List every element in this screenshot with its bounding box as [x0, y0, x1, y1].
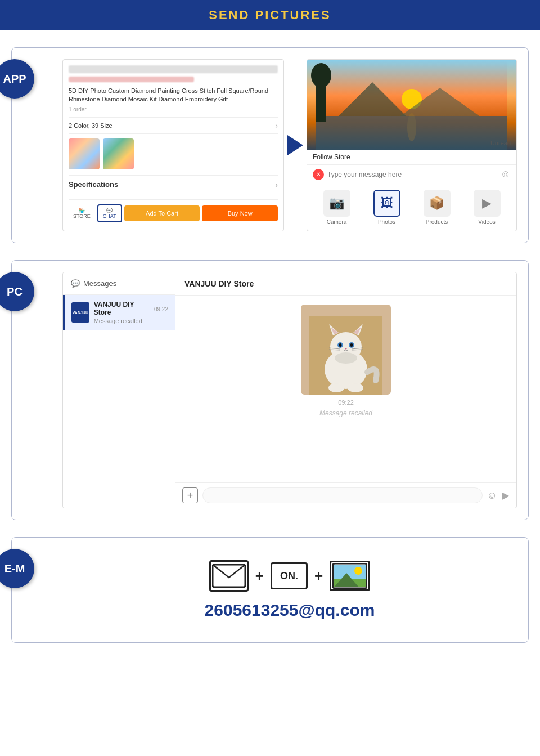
messages-icon: 💬: [71, 279, 80, 288]
sidebar-header-label: Messages: [83, 279, 116, 288]
color-size-arrow: ›: [275, 121, 278, 130]
products-label: Products: [426, 219, 448, 225]
svg-point-17: [339, 343, 342, 347]
follow-store-row: Follow Store: [307, 150, 516, 165]
on-label: ON.: [280, 570, 298, 582]
email-icons-row: + ON. +: [209, 560, 370, 592]
buy-now-button[interactable]: Buy Now: [202, 205, 278, 221]
pc-chat-header: VANJUU DIY Store: [176, 272, 516, 296]
camera-icon: 📷: [323, 190, 350, 217]
message-input-row: ✕ ☺: [307, 165, 516, 184]
pc-message-input[interactable]: [202, 487, 483, 503]
svg-point-18: [350, 343, 353, 347]
store-icon: 🏪: [79, 208, 85, 213]
products-icon: 📦: [424, 190, 451, 217]
chat-image-area: Unread: [307, 60, 516, 150]
image-icon: [332, 563, 367, 589]
store-name: VANJUU DIY Store: [94, 301, 143, 316]
email-section: E-M + ON. +: [11, 537, 529, 643]
email-badge: E-M: [0, 549, 34, 588]
message-input[interactable]: [327, 171, 497, 178]
email-address[interactable]: 2605613255@qq.com: [205, 601, 375, 620]
chat-label: CHAT: [103, 213, 116, 219]
order-count: 1 order: [69, 106, 278, 113]
unread-badge: Unread: [490, 140, 511, 146]
blur-bar-2: [69, 77, 194, 82]
store-label: STORE: [73, 213, 91, 219]
svg-point-26: [335, 352, 357, 364]
chat-button[interactable]: 💬 CHAT: [97, 204, 122, 222]
photos-label: Photos: [378, 219, 395, 225]
photos-icon: 🖼: [374, 190, 400, 217]
color-size-label: 2 Color, 39 Size: [69, 122, 112, 129]
svg-rect-3: [316, 116, 507, 150]
svg-point-5: [311, 63, 331, 88]
pc-messages: 09:22 Message recalled: [176, 296, 516, 482]
svg-point-25: [348, 383, 363, 392]
msg-preview: Message recalled: [94, 317, 168, 324]
sidebar-text: VANJUU DIY Store 09:22 Message recalled: [94, 301, 168, 324]
camera-option[interactable]: 📷 Camera: [323, 190, 350, 225]
thumb-2: [103, 138, 134, 169]
media-icons-row: 📷 Camera 🖼 Photos 📦 Products ▶ Videos: [307, 184, 516, 231]
pc-content: 💬 Messages VANJUU VANJUU DIY Store 09:22…: [62, 272, 517, 508]
sidebar-message-item[interactable]: VANJUU VANJUU DIY Store 09:22 Message re…: [63, 295, 175, 330]
store-button[interactable]: 🏪 STORE: [69, 205, 95, 221]
pc-input-row: + ☺ ▶: [176, 482, 516, 508]
close-button[interactable]: ✕: [313, 169, 324, 180]
videos-icon: ▶: [474, 190, 501, 217]
email-content: + ON. + 2605613255: [62, 549, 517, 631]
thumbnails: [69, 138, 278, 169]
videos-label: Videos: [478, 219, 495, 225]
send-icon[interactable]: ▶: [502, 489, 510, 502]
envelope-icon: [212, 564, 246, 588]
thumb-1: [69, 138, 100, 169]
pc-badge: PC: [0, 272, 34, 311]
msg-time: 09:22: [154, 306, 168, 312]
sidebar-header: 💬 Messages: [63, 272, 175, 295]
specs-label: Specifications: [69, 180, 118, 189]
product-title: 5D DIY Photo Custom Diamond Painting Cro…: [69, 87, 278, 104]
phone-panel: 5D DIY Photo Custom Diamond Painting Cro…: [62, 59, 284, 231]
videos-option[interactable]: ▶ Videos: [474, 190, 501, 225]
arrow-between: [284, 59, 307, 231]
cat-image: [301, 305, 391, 395]
products-option[interactable]: 📦 Products: [424, 190, 451, 225]
msg-time-2: 09:22: [338, 399, 354, 406]
add-to-cart-button[interactable]: Add To Cart: [124, 205, 200, 221]
page-title: SEND PICTURES: [209, 8, 331, 22]
emoji-icon[interactable]: ☺: [501, 168, 511, 180]
camera-label: Camera: [327, 219, 347, 225]
chat-panel: Unread Follow Store ✕ ☺ 📷 Camera 🖼 Photo…: [307, 59, 517, 231]
color-size-row: 2 Color, 39 Size ›: [69, 117, 278, 134]
app-section: APP 5D DIY Photo Custom Diamond Painting…: [11, 47, 529, 243]
app-badge: APP: [0, 59, 34, 99]
add-attachment-button[interactable]: +: [182, 487, 198, 503]
app-content: 5D DIY Photo Custom Diamond Painting Cro…: [62, 59, 517, 231]
blur-bar-1: [69, 65, 278, 73]
pc-sidebar: 💬 Messages VANJUU VANJUU DIY Store 09:22…: [63, 272, 176, 508]
image-icon-box: [330, 561, 370, 591]
msg-recalled: Message recalled: [320, 409, 372, 417]
svg-point-24: [328, 383, 344, 392]
photos-option[interactable]: 🖼 Photos: [374, 190, 400, 225]
cat-svg: [309, 316, 382, 395]
right-arrow-icon: [287, 135, 303, 155]
plus-1: +: [255, 567, 264, 585]
pc-section: PC 💬 Messages VANJUU VANJUU DIY Store 09…: [11, 260, 529, 520]
specs-arrow: ›: [275, 180, 278, 189]
on-label-box: ON.: [271, 562, 308, 589]
specs-row[interactable]: Specifications ›: [69, 175, 278, 194]
plus-2: +: [314, 567, 323, 585]
chat-icon: 💬: [106, 208, 112, 213]
avatar: VANJUU: [71, 302, 89, 323]
bottom-btns: 🏪 STORE 💬 CHAT Add To Cart Buy Now: [69, 199, 278, 222]
page-header: SEND PICTURES: [0, 0, 540, 30]
envelope-icon-box: [209, 560, 249, 592]
pc-emoji-icon[interactable]: ☺: [487, 490, 497, 502]
svg-point-31: [354, 567, 362, 575]
sunset-image: [307, 60, 516, 150]
pc-chat-area: VANJUU DIY Store: [176, 272, 516, 508]
